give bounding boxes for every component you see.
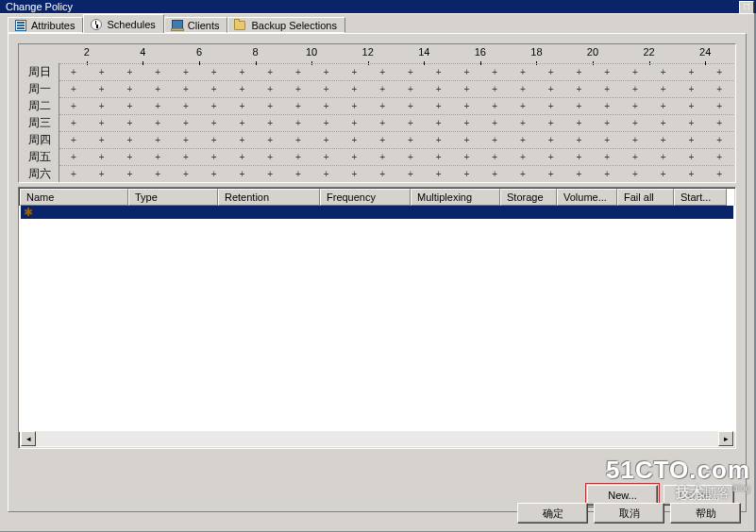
hour-tick[interactable]: + <box>368 64 396 81</box>
hour-tick[interactable]: + <box>705 149 733 166</box>
hour-tick[interactable]: + <box>312 98 341 115</box>
col-type[interactable]: Type <box>128 189 218 206</box>
hour-tick[interactable]: + <box>116 98 144 115</box>
hour-tick[interactable]: + <box>509 149 537 166</box>
hour-tick[interactable]: + <box>509 64 537 81</box>
hour-tick[interactable]: + <box>172 81 200 98</box>
hour-tick[interactable]: + <box>200 166 228 183</box>
hour-tick[interactable]: + <box>649 115 678 132</box>
hour-tick[interactable]: + <box>228 81 257 98</box>
hour-tick[interactable]: + <box>425 149 453 166</box>
hour-tick[interactable]: + <box>228 115 257 132</box>
hour-tick[interactable]: + <box>705 98 733 115</box>
hour-tick[interactable]: + <box>341 64 369 81</box>
hour-tick[interactable]: + <box>88 64 116 81</box>
hour-tick[interactable]: + <box>678 166 706 183</box>
hour-tick[interactable]: + <box>341 115 369 132</box>
hour-tick[interactable]: + <box>143 132 172 149</box>
hour-tick[interactable]: + <box>649 64 678 81</box>
hour-tick[interactable]: + <box>621 166 649 183</box>
hour-tick[interactable]: + <box>453 98 481 115</box>
hour-tick[interactable]: + <box>116 166 144 183</box>
hour-tick[interactable]: + <box>396 115 425 132</box>
hour-tick[interactable]: + <box>312 64 341 81</box>
hour-tick[interactable]: + <box>172 149 200 166</box>
hour-tick[interactable]: + <box>678 98 706 115</box>
ok-button[interactable]: 确定 <box>517 503 588 524</box>
hour-tick[interactable]: + <box>284 115 312 132</box>
hour-tick[interactable]: + <box>621 115 649 132</box>
hour-tick[interactable]: + <box>256 166 284 183</box>
day-tick-area[interactable]: ++++++++++++++++++++++++ <box>59 63 733 81</box>
day-tick-area[interactable]: ++++++++++++++++++++++++ <box>59 131 733 149</box>
hour-tick[interactable]: + <box>341 98 369 115</box>
hour-tick[interactable]: + <box>649 98 678 115</box>
scroll-right-button[interactable]: ▸ <box>718 431 733 446</box>
hour-tick[interactable]: + <box>565 81 594 98</box>
hour-tick[interactable]: + <box>284 98 312 115</box>
hour-tick[interactable]: + <box>593 166 621 183</box>
tab-schedules[interactable]: Schedules <box>83 14 163 33</box>
day-tick-area[interactable]: ++++++++++++++++++++++++ <box>59 148 733 166</box>
hour-tick[interactable]: + <box>678 115 706 132</box>
hour-tick[interactable]: + <box>425 132 453 149</box>
hour-tick[interactable]: + <box>172 98 200 115</box>
hour-tick[interactable]: + <box>453 166 481 183</box>
hour-tick[interactable]: + <box>509 166 537 183</box>
day-tick-area[interactable]: ++++++++++++++++++++++++ <box>59 80 733 98</box>
hour-tick[interactable]: + <box>425 115 453 132</box>
hour-tick[interactable]: + <box>537 149 565 166</box>
hour-tick[interactable]: + <box>116 115 144 132</box>
hour-tick[interactable]: + <box>649 81 678 98</box>
hour-tick[interactable]: + <box>480 81 509 98</box>
hour-tick[interactable]: + <box>565 149 594 166</box>
hour-tick[interactable]: + <box>341 166 369 183</box>
hour-tick[interactable]: + <box>396 64 425 81</box>
hour-tick[interactable]: + <box>284 149 312 166</box>
hour-tick[interactable]: + <box>368 149 396 166</box>
hour-tick[interactable]: + <box>649 166 678 183</box>
hour-tick[interactable]: + <box>396 132 425 149</box>
hour-tick[interactable]: + <box>143 149 172 166</box>
scroll-track[interactable] <box>36 431 718 446</box>
hour-tick[interactable]: + <box>509 115 537 132</box>
hour-tick[interactable]: + <box>425 98 453 115</box>
hour-tick[interactable]: + <box>256 98 284 115</box>
hour-tick[interactable]: + <box>200 149 228 166</box>
maximize-button[interactable]: □ <box>739 1 754 13</box>
hour-tick[interactable]: + <box>480 98 509 115</box>
hour-tick[interactable]: + <box>453 132 481 149</box>
hour-tick[interactable]: + <box>59 81 88 98</box>
hour-tick[interactable]: + <box>537 132 565 149</box>
hour-tick[interactable]: + <box>59 166 88 183</box>
hour-tick[interactable]: + <box>116 64 144 81</box>
hour-tick[interactable]: + <box>705 81 733 98</box>
hour-tick[interactable]: + <box>256 132 284 149</box>
hour-tick[interactable]: + <box>509 81 537 98</box>
hour-tick[interactable]: + <box>200 98 228 115</box>
col-volume[interactable]: Volume... <box>557 189 617 206</box>
hour-tick[interactable]: + <box>368 98 396 115</box>
hour-tick[interactable]: + <box>228 64 257 81</box>
col-name[interactable]: Name <box>20 189 128 206</box>
hour-tick[interactable]: + <box>705 166 733 183</box>
hour-tick[interactable]: + <box>143 81 172 98</box>
hour-tick[interactable]: + <box>172 115 200 132</box>
day-tick-area[interactable]: ++++++++++++++++++++++++ <box>59 165 733 183</box>
hour-tick[interactable]: + <box>565 98 594 115</box>
hour-tick[interactable]: + <box>143 98 172 115</box>
hour-tick[interactable]: + <box>59 98 88 115</box>
hour-tick[interactable]: + <box>453 149 481 166</box>
hour-tick[interactable]: + <box>649 149 678 166</box>
hour-tick[interactable]: + <box>368 81 396 98</box>
hour-tick[interactable]: + <box>678 149 706 166</box>
hour-tick[interactable]: + <box>705 132 733 149</box>
hour-tick[interactable]: + <box>537 98 565 115</box>
hour-tick[interactable]: + <box>396 149 425 166</box>
hour-tick[interactable]: + <box>480 64 509 81</box>
hour-tick[interactable]: + <box>678 132 706 149</box>
hour-tick[interactable]: + <box>621 81 649 98</box>
hour-tick[interactable]: + <box>565 115 594 132</box>
hour-tick[interactable]: + <box>88 166 116 183</box>
hour-tick[interactable]: + <box>200 81 228 98</box>
